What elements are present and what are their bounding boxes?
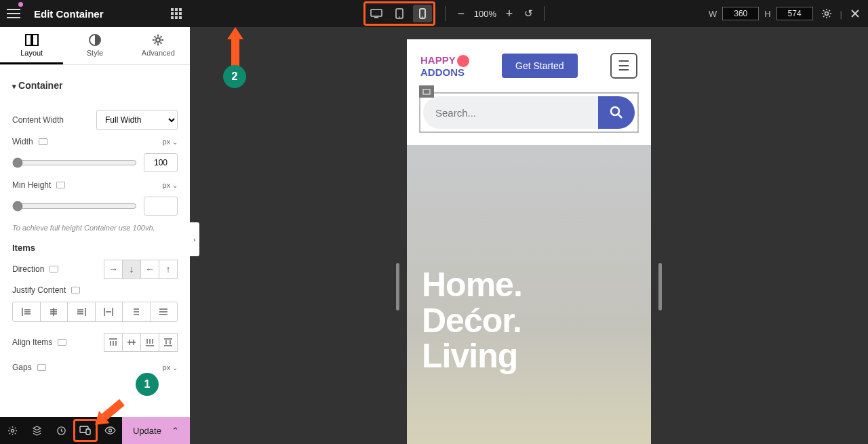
hero-section: Home. Dećor. Living bbox=[407, 145, 651, 444]
logo-line1: HAPPY bbox=[420, 54, 456, 66]
width-slider[interactable] bbox=[12, 157, 137, 168]
panel-tabs: Layout Style Advanced bbox=[0, 27, 190, 65]
preview-canvas: ‹ HAPPY ADDONS Get Started ☰ bbox=[190, 27, 868, 444]
advanced-tab[interactable]: Advanced bbox=[127, 27, 190, 64]
gaps-unit-select[interactable]: px bbox=[163, 363, 178, 371]
justify-start-button[interactable] bbox=[13, 302, 40, 321]
responsive-icon[interactable] bbox=[39, 138, 47, 145]
svg-rect-3 bbox=[171, 12, 174, 15]
svg-rect-6 bbox=[171, 16, 174, 19]
direction-column-reverse-button[interactable]: ↑ bbox=[159, 260, 178, 279]
svg-rect-10 bbox=[374, 17, 378, 18]
layout-icon bbox=[0, 34, 63, 46]
style-tab[interactable]: Style bbox=[63, 27, 126, 64]
mobile-device-button[interactable] bbox=[413, 5, 432, 22]
justify-content-options bbox=[12, 302, 178, 322]
svg-rect-23 bbox=[86, 429, 90, 435]
editor-topbar: Edit Container − 100% + ↺ W H bbox=[0, 0, 868, 27]
content-width-select[interactable]: Full Width bbox=[96, 110, 178, 130]
notification-dot-icon bbox=[18, 2, 23, 7]
justify-space-evenly-button[interactable] bbox=[150, 302, 178, 321]
resize-handle-right[interactable] bbox=[658, 263, 662, 310]
align-center-button[interactable] bbox=[122, 333, 141, 352]
container-badge-icon[interactable] bbox=[419, 85, 434, 98]
responsive-icon[interactable] bbox=[56, 182, 65, 188]
update-button-label: Update bbox=[133, 426, 161, 436]
svg-rect-25 bbox=[423, 89, 430, 94]
chevron-up-icon: ⌃ bbox=[172, 426, 179, 436]
svg-rect-0 bbox=[171, 8, 174, 11]
search-button[interactable] bbox=[598, 96, 635, 129]
justify-content-label: Justify Content bbox=[12, 285, 66, 295]
logo-smile-icon bbox=[457, 55, 469, 67]
responsive-device-switcher bbox=[363, 1, 435, 26]
get-started-button[interactable]: Get Started bbox=[502, 54, 578, 78]
tablet-device-button[interactable] bbox=[390, 5, 409, 22]
min-height-slider[interactable] bbox=[12, 201, 137, 211]
hero-line2: Dećor. bbox=[422, 303, 636, 339]
zoom-reset-button[interactable]: ↺ bbox=[522, 7, 534, 20]
resize-handle-left[interactable] bbox=[396, 263, 399, 310]
viewport-width-input[interactable] bbox=[722, 7, 759, 20]
svg-point-24 bbox=[108, 429, 111, 432]
direction-row-reverse-button[interactable]: ← bbox=[140, 260, 159, 279]
svg-point-20 bbox=[11, 429, 14, 432]
zoom-level: 100% bbox=[474, 9, 496, 19]
zoom-controls: − 100% + ↺ bbox=[455, 7, 534, 21]
desktop-device-button[interactable] bbox=[367, 5, 386, 22]
gaps-label: Gaps bbox=[12, 363, 32, 372]
justify-end-button[interactable] bbox=[67, 302, 95, 321]
min-height-value-input[interactable] bbox=[144, 197, 178, 216]
collapse-panel-handle[interactable]: ‹ bbox=[190, 222, 199, 256]
responsive-icon[interactable] bbox=[58, 339, 66, 346]
search-container-selected[interactable] bbox=[419, 92, 639, 133]
close-button[interactable] bbox=[848, 9, 863, 18]
svg-rect-1 bbox=[175, 8, 178, 11]
hero-line1: Home. bbox=[422, 267, 636, 303]
justify-space-between-button[interactable] bbox=[95, 302, 123, 321]
svg-rect-8 bbox=[179, 16, 182, 19]
width-value-input[interactable] bbox=[144, 153, 178, 172]
responsive-icon[interactable] bbox=[71, 287, 80, 294]
widgets-panel-button[interactable] bbox=[163, 0, 190, 27]
svg-rect-4 bbox=[175, 12, 178, 15]
svg-point-26 bbox=[611, 107, 619, 115]
annotation-badge-1: 1 bbox=[136, 373, 159, 396]
zoom-in-button[interactable]: + bbox=[503, 7, 515, 21]
viewport-height-input[interactable] bbox=[776, 7, 813, 20]
navigator-button[interactable] bbox=[24, 417, 49, 444]
svg-rect-5 bbox=[179, 12, 182, 15]
svg-point-14 bbox=[422, 16, 423, 18]
align-stretch-button[interactable] bbox=[159, 333, 178, 352]
annotation-arrow-2 bbox=[227, 27, 243, 69]
search-input[interactable] bbox=[423, 96, 598, 129]
responsive-icon[interactable] bbox=[37, 364, 46, 371]
justify-space-around-button[interactable] bbox=[122, 302, 150, 321]
settings-icon[interactable] bbox=[818, 8, 835, 19]
layout-tab[interactable]: Layout bbox=[0, 27, 63, 64]
hero-line3: Living bbox=[422, 338, 636, 374]
direction-column-button[interactable]: ↓ bbox=[122, 260, 141, 279]
svg-rect-17 bbox=[33, 35, 38, 45]
width-unit-select[interactable]: px bbox=[163, 138, 178, 146]
svg-rect-7 bbox=[175, 16, 178, 19]
panel-title: Edit Container bbox=[27, 8, 163, 20]
main-menu-button[interactable] bbox=[0, 0, 27, 27]
min-height-unit-select[interactable]: px bbox=[163, 181, 178, 189]
align-start-button[interactable] bbox=[104, 333, 123, 352]
zoom-out-button[interactable]: − bbox=[455, 7, 467, 21]
style-tab-label: Style bbox=[87, 49, 103, 57]
svg-point-19 bbox=[156, 38, 160, 42]
content-width-label: Content Width bbox=[12, 115, 64, 125]
editor-panel: Layout Style Advanced Container Content … bbox=[0, 27, 190, 444]
history-button[interactable] bbox=[49, 417, 73, 444]
mobile-menu-button[interactable]: ☰ bbox=[610, 53, 637, 79]
justify-center-button[interactable] bbox=[40, 302, 68, 321]
logo[interactable]: HAPPY ADDONS bbox=[420, 55, 469, 77]
page-settings-button[interactable] bbox=[0, 417, 24, 444]
update-button[interactable]: Update ⌃ bbox=[122, 417, 190, 444]
align-end-button[interactable] bbox=[140, 333, 159, 352]
responsive-icon[interactable] bbox=[50, 266, 58, 273]
container-section-toggle[interactable]: Container bbox=[12, 75, 178, 103]
direction-row-button[interactable]: → bbox=[104, 260, 123, 279]
